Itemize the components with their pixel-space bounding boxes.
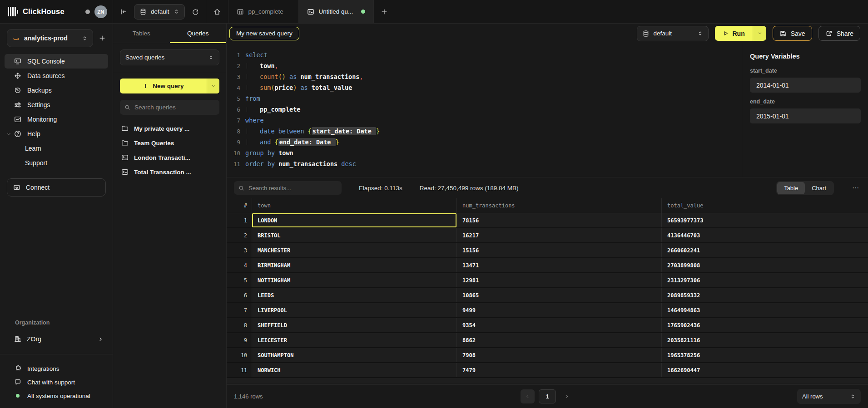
home-tab[interactable] bbox=[206, 0, 228, 23]
database-selector[interactable]: default bbox=[134, 4, 185, 20]
cell-num-transactions[interactable]: 13471 bbox=[457, 258, 662, 272]
share-button[interactable]: Share bbox=[818, 26, 860, 41]
cell-num-transactions[interactable]: 7908 bbox=[457, 348, 662, 362]
cell-town[interactable]: BIRMINGHAM bbox=[252, 258, 457, 272]
cell-num-transactions[interactable]: 16217 bbox=[457, 228, 662, 242]
results-more-menu[interactable]: ⋯ bbox=[851, 184, 860, 192]
cell-total-value[interactable]: 1965378256 bbox=[662, 348, 868, 362]
sidebar-item-data-sources[interactable]: Data sources bbox=[5, 69, 108, 83]
cell-total-value[interactable]: 2703899808 bbox=[662, 258, 868, 272]
cell-total-value[interactable]: 1765902436 bbox=[662, 318, 868, 332]
sidebar-item-backups[interactable]: Backups bbox=[5, 83, 108, 98]
sidebar-footer-integrations[interactable]: Integrations bbox=[0, 362, 113, 375]
add-service-button[interactable] bbox=[99, 34, 106, 42]
saved-query-label: Team Queries bbox=[134, 140, 174, 147]
saved-queries-selector[interactable]: Saved queries bbox=[120, 49, 219, 65]
cell-town[interactable]: LEICESTER bbox=[252, 333, 457, 347]
end_date-input[interactable]: 2015-01-01 bbox=[750, 108, 861, 123]
workspace-name: analytics-prod bbox=[24, 34, 68, 42]
run-database-selector[interactable]: default bbox=[637, 26, 709, 41]
cell-num-transactions[interactable]: 10865 bbox=[457, 288, 662, 302]
sidebar-item-monitoring[interactable]: Monitoring bbox=[5, 112, 108, 127]
cell-town[interactable]: NOTTINGHAM bbox=[252, 273, 457, 287]
page-size-selector[interactable]: All rows bbox=[797, 389, 861, 404]
sidebar-subitem-support[interactable]: Support bbox=[0, 156, 113, 170]
saved-query-item-london-transacti[interactable]: London Transacti... bbox=[120, 150, 219, 165]
column-header-num-transactions[interactable]: num_transactions bbox=[457, 198, 662, 213]
editor-tab-untitled-qu[interactable]: Untitled qu... bbox=[299, 0, 374, 23]
chevron-up-down-icon bbox=[82, 35, 88, 41]
cell-town[interactable]: LEEDS bbox=[252, 288, 457, 302]
cell-num-transactions[interactable]: 9354 bbox=[457, 318, 662, 332]
cell-total-value[interactable]: 56593977373 bbox=[662, 213, 868, 227]
editor-tab-pp-complete[interactable]: pp_complete bbox=[228, 0, 299, 23]
tab-label: Untitled qu... bbox=[319, 8, 353, 15]
cell-total-value[interactable]: 2313297306 bbox=[662, 273, 868, 287]
connect-button[interactable]: Connect bbox=[7, 178, 106, 197]
column-header-[interactable]: # bbox=[227, 198, 252, 213]
workspace-selector[interactable]: analytics-prod bbox=[7, 29, 93, 47]
data-sources-icon bbox=[14, 72, 21, 79]
sidebar-footer-all-systems-operational[interactable]: All systems operational bbox=[0, 389, 113, 403]
view-tab-table[interactable]: Table bbox=[777, 182, 805, 194]
sidebar-item-sql-console[interactable]: SQL Console bbox=[5, 54, 108, 69]
view-tab-chart[interactable]: Chart bbox=[805, 182, 833, 194]
cell-town[interactable]: MANCHESTER bbox=[252, 243, 457, 257]
tab-tables[interactable]: Tables bbox=[113, 24, 170, 43]
chat-icon bbox=[14, 379, 21, 386]
previous-page-button[interactable] bbox=[521, 389, 535, 403]
new-query-button[interactable]: New query bbox=[120, 79, 219, 93]
search-queries-input[interactable]: Search queries bbox=[120, 100, 219, 115]
column-header-town[interactable]: town bbox=[252, 198, 457, 213]
new-query-dropdown-button[interactable] bbox=[207, 79, 219, 93]
cell-num-transactions[interactable]: 78156 bbox=[457, 213, 662, 227]
cell-total-value[interactable]: 2660602241 bbox=[662, 243, 868, 257]
cell-town[interactable]: LIVERPOOL bbox=[252, 303, 457, 317]
end_date-value: 2015-01-01 bbox=[756, 113, 789, 120]
organization-item[interactable]: ZOrg bbox=[0, 331, 113, 347]
top-bar: ClickHouse ZN default pp_completeUntitle… bbox=[0, 0, 868, 24]
token: ( bbox=[271, 84, 274, 91]
cell-num-transactions[interactable]: 15156 bbox=[457, 243, 662, 257]
tab-queries[interactable]: Queries bbox=[170, 24, 227, 43]
cell-town[interactable]: BRISTOL bbox=[252, 228, 457, 242]
saved-query-item-team-queries[interactable]: Team Queries bbox=[120, 136, 219, 150]
sidebar-subitem-learn[interactable]: Learn bbox=[0, 141, 113, 156]
collapse-sidebar-button[interactable] bbox=[113, 0, 134, 23]
search-results-input[interactable]: Search results... bbox=[234, 181, 342, 195]
cell-town[interactable]: LONDON bbox=[252, 213, 457, 227]
code-text: sum(price) as total_value bbox=[240, 84, 352, 91]
new-tab-button[interactable] bbox=[374, 0, 395, 23]
refresh-button[interactable] bbox=[185, 0, 206, 23]
cell-total-value[interactable]: 2035821116 bbox=[662, 333, 868, 347]
column-header-total-value[interactable]: total_value bbox=[662, 198, 868, 213]
cell-town[interactable]: SOUTHAMPTON bbox=[252, 348, 457, 362]
sidebar-item-help[interactable]: Help bbox=[5, 127, 108, 141]
page-number-input[interactable]: 1 bbox=[539, 389, 556, 403]
run-options-button[interactable] bbox=[753, 26, 766, 41]
table-row: 8SHEFFIELD93541765902436 bbox=[227, 318, 868, 333]
sql-editor[interactable]: 1select2town,3count() as num_transaction… bbox=[227, 43, 742, 177]
saved-query-name-badge[interactable]: My new saved query bbox=[229, 27, 299, 40]
cell-total-value[interactable]: 4136446703 bbox=[662, 228, 868, 242]
save-button[interactable]: Save bbox=[773, 26, 812, 41]
cell-num-transactions[interactable]: 8862 bbox=[457, 333, 662, 347]
cell-num-transactions[interactable]: 9499 bbox=[457, 303, 662, 317]
start_date-input[interactable]: 2014-01-01 bbox=[750, 78, 861, 93]
sidebar-item-settings[interactable]: Settings bbox=[5, 98, 108, 112]
cell-total-value[interactable]: 2089859332 bbox=[662, 288, 868, 302]
cell-total-value[interactable]: 1662690447 bbox=[662, 363, 868, 377]
token: { bbox=[308, 128, 312, 135]
cell-num-transactions[interactable]: 7479 bbox=[457, 363, 662, 377]
saved-query-item-total-transaction[interactable]: Total Transaction ... bbox=[120, 165, 219, 179]
sidebar-footer-chat-with-support[interactable]: Chat with support bbox=[0, 375, 113, 389]
plus-icon bbox=[143, 83, 149, 89]
user-avatar[interactable]: ZN bbox=[94, 5, 107, 18]
cell-num-transactions[interactable]: 12981 bbox=[457, 273, 662, 287]
run-button[interactable]: Run bbox=[715, 26, 753, 41]
cell-total-value[interactable]: 1464994863 bbox=[662, 303, 868, 317]
saved-query-item-my-private-query[interactable]: My private query ... bbox=[120, 121, 219, 136]
next-page-button[interactable] bbox=[560, 389, 574, 403]
cell-town[interactable]: NORWICH bbox=[252, 363, 457, 377]
cell-town[interactable]: SHEFFIELD bbox=[252, 318, 457, 332]
